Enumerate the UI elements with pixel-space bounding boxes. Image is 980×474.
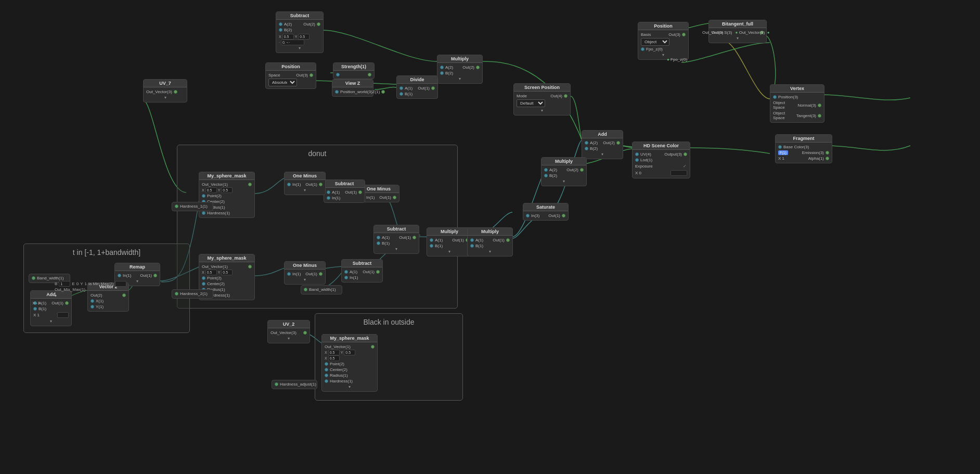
port-omt-out xyxy=(319,183,323,186)
port-mm-b-in xyxy=(544,174,548,177)
smt-x[interactable] xyxy=(205,187,217,193)
port-v-tangent xyxy=(818,114,821,118)
node-sphere-mask-top-title: My_sphere_mask xyxy=(199,172,254,180)
port-sat-in xyxy=(526,214,530,217)
one-minus-b-expand[interactable]: ▾ xyxy=(287,277,323,283)
node-multiply-mid: Multiply A(2) Out(2) B(2) ▾ xyxy=(541,157,587,186)
port-sp-out4 xyxy=(564,94,568,98)
port-mr1-a-in xyxy=(430,238,433,242)
add-low-expand[interactable]: ▾ xyxy=(33,318,69,324)
node-multiply-top-title: Multiply xyxy=(437,55,482,63)
multiply-r1-expand[interactable]: ▾ xyxy=(430,249,469,254)
port-omb-in xyxy=(287,272,291,276)
port-add-out2 xyxy=(616,141,620,145)
port-mb-in xyxy=(440,71,444,75)
xy-row-t: B E0 Y1 la Min Max(2) xyxy=(55,281,126,287)
node-sphere-mask-uv2: My_sphere_mask Out_Vector(1) X Y X Point… xyxy=(321,334,378,392)
port-uv7-out xyxy=(174,90,177,94)
smt-y[interactable] xyxy=(221,187,233,193)
subtract-mid-expand[interactable]: ▾ xyxy=(377,246,416,252)
port-a2-in xyxy=(279,22,282,26)
node-screen-position: Screen Position Mode Out(4) Default ▾ xyxy=(513,83,571,116)
port-vec2-out xyxy=(122,293,126,297)
bitangent-expand[interactable]: ▾ xyxy=(712,35,764,41)
port-uv4-in xyxy=(635,152,639,156)
screen-pos-mode-select[interactable]: Default xyxy=(517,99,545,107)
port-sb-b-in xyxy=(344,276,348,279)
port-d-out xyxy=(431,86,435,90)
node-remap-title: Remap xyxy=(115,263,160,271)
uv7-expand[interactable]: ▾ xyxy=(146,95,184,100)
multiply-mid-expand[interactable]: ▾ xyxy=(544,178,584,184)
node-subtract-top: Subtract A(2) Out(2) B(2) X Y · ▾ xyxy=(276,11,324,53)
port-omr-out xyxy=(393,196,396,199)
screen-pos-expand[interactable]: ▾ xyxy=(517,108,568,113)
node-one-minus-top-title: One Minus xyxy=(285,172,325,180)
node-multiply-r2: Multiply A(1) Out(1) B(1) ▾ xyxy=(467,227,513,257)
port-smuv2-point xyxy=(325,362,328,366)
port-vz-in xyxy=(335,90,339,94)
port-sm-out xyxy=(412,236,416,239)
node-subtract-inner-title: Subtract xyxy=(324,180,365,188)
node-hardness1: Hardness_1(1) xyxy=(172,202,213,211)
node-add-mid-title: Add xyxy=(582,131,623,138)
node-uv7-title: UV_7 xyxy=(144,80,187,87)
hd-exposure-check[interactable]: ✓ xyxy=(682,163,687,169)
port-omt-in xyxy=(287,183,291,186)
multiply-r2-expand[interactable]: ▾ xyxy=(470,249,510,254)
subtract-expand[interactable]: ▾ xyxy=(279,45,320,51)
position-space-select[interactable]: Absolute Wo xyxy=(268,79,297,86)
b-val[interactable] xyxy=(59,281,70,287)
port-bwt-dot xyxy=(32,276,35,280)
port-bw-b-dot xyxy=(304,288,307,291)
port-pbr-out3 xyxy=(682,33,686,36)
smuv2-x[interactable] xyxy=(328,350,340,355)
port-pos-out3 xyxy=(310,73,313,77)
la-val[interactable] xyxy=(115,281,126,287)
hd-x-input[interactable] xyxy=(670,170,687,176)
port-hd-out3 xyxy=(684,152,687,156)
port-mr2-b-in xyxy=(470,244,474,248)
node-uv2-title: UV_2 xyxy=(268,321,310,328)
port-v-normal xyxy=(818,104,821,107)
pos-br-basis-select[interactable]: Object xyxy=(641,38,669,46)
node-one-minus-b: One Minus In(1) Out(1) ▾ xyxy=(284,261,326,285)
node-subtract-b: Subtract A(1) Out(1) In(1) xyxy=(341,259,383,283)
port-out2 xyxy=(317,22,320,26)
node-subtract-inner: Subtract A(1) Out(1) In(1) xyxy=(324,180,365,203)
uv2-expand[interactable]: ▾ xyxy=(270,336,307,341)
add-mid-expand[interactable]: ▾ xyxy=(585,151,620,157)
port-f-base xyxy=(778,145,782,149)
port-mm-out2 xyxy=(580,168,584,172)
node-multiply-r2-title: Multiply xyxy=(468,228,512,236)
node-add-mid: Add A(2) Out(2) B(2) ▾ xyxy=(582,130,623,159)
node-sphere-mask-uv2-title: My_sphere_mask xyxy=(322,335,377,342)
one-minus-top-expand[interactable]: ▾ xyxy=(287,187,323,193)
node-add-low: Add A(1) Out(1) B(1) X 1 ▾ xyxy=(30,290,72,326)
smuv2-y[interactable] xyxy=(344,350,355,355)
node-sphere-mask-b-title: My_sphere_mask xyxy=(199,254,254,262)
smb-y[interactable] xyxy=(221,270,233,275)
subtract-z-input[interactable] xyxy=(281,40,304,45)
port-f-alpha xyxy=(826,157,829,160)
port-sat-out xyxy=(562,214,565,217)
port-smuv2-center xyxy=(325,368,328,371)
smb-x[interactable] xyxy=(205,270,217,275)
port-mr2-out xyxy=(506,238,510,242)
x-minus1: X -1 xyxy=(32,301,40,305)
add-low-x1[interactable] xyxy=(57,312,69,318)
multiply-top-expand[interactable]: ▾ xyxy=(440,76,480,82)
port-sm-b-in xyxy=(377,241,380,245)
smuv2-x2[interactable] xyxy=(328,355,340,361)
node-uv2: UV_2 Out_Vector(3) ▾ xyxy=(267,320,310,343)
port-smt-out xyxy=(248,183,252,186)
port-uv2-out xyxy=(303,331,307,335)
subtract-y-input[interactable] xyxy=(298,34,310,40)
smuv2-expand[interactable]: ▾ xyxy=(325,384,375,390)
port-mr2-a-in xyxy=(470,238,474,242)
port-mm-a-in xyxy=(544,168,548,172)
node-divide: Divide A(1) Out(1) B(1) xyxy=(396,75,438,99)
subtract-x-input[interactable] xyxy=(282,34,294,40)
node-position-br: Position Basis Out(3) Object Fpo_z(0) ▾ xyxy=(638,22,689,60)
node-hardness-adjust: Hardness_adjust(1) xyxy=(272,380,317,389)
